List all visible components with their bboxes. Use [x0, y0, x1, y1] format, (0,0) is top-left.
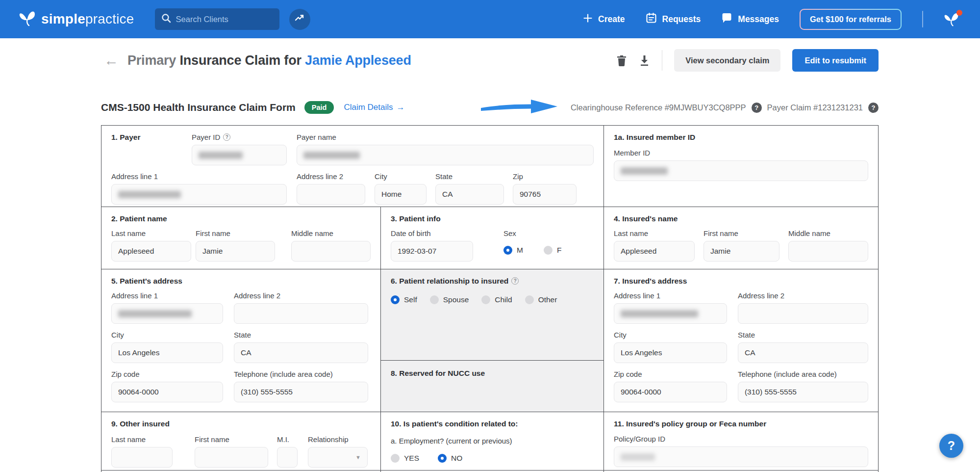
other-insured-mi-field[interactable]	[277, 447, 298, 468]
back-arrow-icon[interactable]: ←	[104, 53, 119, 68]
address1-label: Address line 1	[614, 291, 727, 300]
patient-phone-field[interactable]: (310) 555-5555	[234, 382, 368, 402]
dob-field[interactable]: 1992-03-07	[391, 241, 473, 262]
notification-dot	[956, 10, 962, 16]
policy-group-id-label: Policy/Group ID	[614, 435, 868, 443]
search-icon	[161, 13, 171, 25]
address2-label: Address line 2	[738, 291, 868, 300]
insured-first-name-field[interactable]: Jamie	[704, 241, 779, 262]
sex-male-radio[interactable]: M	[503, 246, 523, 255]
payer-state-field[interactable]: CA	[435, 184, 504, 205]
section-title: 11. Insured's policy group or Feca numbe…	[614, 420, 868, 428]
simplepractice-logo[interactable]: simplepractice	[19, 10, 134, 28]
section-6-relationship: 6. Patient relationship to insured? Self…	[381, 269, 603, 361]
state-label: State	[738, 331, 868, 339]
payer-city-field[interactable]: Home	[375, 184, 427, 205]
last-name-label: Last name	[111, 229, 191, 237]
insured-state-field[interactable]: CA	[738, 342, 868, 363]
edit-to-resubmit-button[interactable]: Edit to resubmit	[792, 49, 879, 72]
patient-name-link[interactable]: Jamie Appleseed	[305, 53, 411, 68]
requests-button[interactable]: Requests	[646, 12, 701, 26]
section-7-insureds-address: 7. Insured's address Address line 1 Addr…	[604, 269, 878, 412]
trash-icon	[616, 54, 627, 66]
insured-address2-field[interactable]	[738, 303, 868, 324]
section-5-patients-address: 5. Patient's address Address line 1 Addr…	[101, 269, 381, 412]
other-insured-last-name-field[interactable]	[111, 447, 173, 468]
patient-middle-name-field[interactable]	[291, 241, 371, 262]
member-id-field[interactable]	[614, 160, 868, 181]
top-navigation-bar: simplepractice Create Requests	[0, 0, 980, 38]
patient-zip-field[interactable]: 90064-0000	[111, 382, 223, 402]
payer-zip-field[interactable]: 90765	[513, 184, 577, 205]
section-6-8-column: 6. Patient relationship to insured? Self…	[381, 269, 604, 412]
referral-button[interactable]: Get $100 for referrals	[800, 9, 902, 30]
view-secondary-claim-button[interactable]: View secondary claim	[674, 49, 780, 72]
search-input[interactable]	[176, 15, 284, 24]
first-name-label: First name	[196, 229, 275, 237]
relationship-spouse-radio[interactable]: Spouse	[430, 295, 469, 304]
other-insured-first-name-field[interactable]	[195, 447, 268, 468]
policy-group-id-field[interactable]	[614, 446, 868, 467]
patient-city-field[interactable]: Los Angeles	[111, 342, 223, 363]
client-search[interactable]	[155, 8, 279, 30]
insured-city-field[interactable]: Los Angeles	[614, 342, 727, 363]
first-name-label: First name	[704, 229, 779, 237]
insured-phone-field[interactable]: (310) 555-5555	[738, 382, 868, 402]
payer-id-label: Payer ID?	[192, 133, 287, 141]
calendar-icon	[646, 12, 657, 26]
help-fab-button[interactable]: ?	[939, 434, 963, 458]
download-claim-button[interactable]	[639, 54, 650, 66]
insured-last-name-field[interactable]: Appleseed	[614, 241, 695, 262]
patient-first-name-field[interactable]: Jamie	[196, 241, 275, 262]
section-title: 6. Patient relationship to insured?	[391, 277, 594, 286]
create-button[interactable]: Create	[583, 13, 625, 26]
insured-zip-field[interactable]: 90064-0000	[614, 382, 727, 402]
employment-no-radio[interactable]: NO	[438, 454, 462, 463]
payer-claim-help-icon[interactable]: ?	[868, 103, 879, 113]
patient-last-name-field[interactable]: Appleseed	[111, 241, 191, 262]
phone-label: Telephone (include area code)	[738, 370, 868, 378]
relationship-select[interactable]: ▼	[308, 447, 368, 468]
patient-address2-field[interactable]	[234, 303, 368, 324]
delete-claim-button[interactable]	[616, 54, 627, 66]
payer-name-field[interactable]	[297, 145, 594, 165]
section-title: 3. Patient info	[391, 214, 594, 223]
last-name-label: Last name	[614, 229, 695, 237]
claim-details-link[interactable]: Claim Details →	[344, 103, 404, 112]
logo-wordmark: simplepractice	[41, 11, 134, 27]
zip-label: Zip code	[111, 370, 223, 378]
info-icon[interactable]: ?	[511, 277, 519, 285]
section-title: 8. Reserved for NUCC use	[391, 369, 594, 378]
zip-label: Zip code	[614, 370, 727, 378]
section-3-patient-info: 3. Patient info Date of birth 1992-03-07…	[381, 207, 604, 269]
zip-label: Zip	[513, 172, 577, 181]
payer-id-field[interactable]	[192, 145, 287, 165]
insured-address1-field[interactable]	[614, 303, 727, 324]
dob-label: Date of birth	[391, 229, 473, 237]
payer-address1-field[interactable]	[111, 184, 287, 205]
patient-state-field[interactable]: CA	[234, 342, 368, 363]
header-divider	[662, 50, 662, 71]
employment-yes-radio[interactable]: YES	[391, 454, 419, 463]
annotation-arrow-icon	[480, 98, 559, 117]
sex-female-radio[interactable]: F	[544, 246, 561, 255]
section-title: 7. Insured's address	[614, 277, 868, 286]
page-title: Primary Insurance Claim for Jamie Apples…	[127, 53, 411, 68]
section-title: 10. Is patient's condition related to:	[391, 420, 594, 428]
messages-label: Messages	[738, 14, 779, 25]
account-butterfly-button[interactable]	[944, 11, 961, 27]
patient-address1-field[interactable]	[111, 303, 223, 324]
relationship-child-radio[interactable]: Child	[481, 295, 512, 304]
clearinghouse-help-icon[interactable]: ?	[752, 103, 762, 113]
analytics-button[interactable]	[289, 9, 310, 30]
relationship-self-radio[interactable]: Self	[391, 295, 417, 304]
section-2-patient-name: 2. Patient name Last name Appleseed Firs…	[101, 207, 381, 269]
insured-middle-name-field[interactable]	[788, 241, 868, 262]
info-icon[interactable]: ?	[223, 133, 230, 141]
relationship-label: Relationship	[308, 435, 368, 444]
trending-line-icon	[294, 13, 305, 26]
section-1-payer: 1. Payer Payer ID? Payer name Address li…	[101, 126, 604, 207]
relationship-other-radio[interactable]: Other	[525, 295, 557, 304]
payer-address2-field[interactable]	[297, 184, 365, 205]
messages-button[interactable]: Messages	[721, 12, 779, 26]
